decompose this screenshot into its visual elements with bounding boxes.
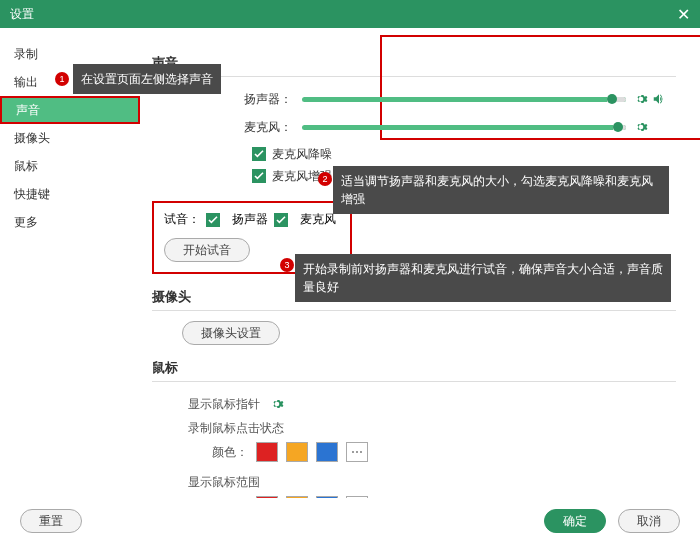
annotation-1: 1 在设置页面左侧选择声音 [55,64,221,94]
more-colors-button[interactable]: ⋯ [346,496,368,498]
badge-1: 1 [55,72,69,86]
window-title: 设置 [10,6,34,23]
volume-icon[interactable] [652,92,666,106]
close-icon[interactable]: ✕ [677,5,690,24]
divider [152,76,676,77]
titlebar: 设置 ✕ [0,0,700,28]
sidebar-item-camera[interactable]: 摄像头 [0,124,140,152]
section-mouse-title: 鼠标 [152,359,676,377]
gear-icon[interactable] [634,120,648,134]
checkbox-test-speaker[interactable] [206,213,220,227]
tooltip-3: 开始录制前对扬声器和麦克风进行试音，确保声音大小合适，声音质量良好 [295,254,671,302]
more-colors-button[interactable]: ⋯ [346,442,368,462]
reset-button[interactable]: 重置 [20,509,82,533]
section-sound-title: 声音 [152,54,676,72]
checkbox-test-mic[interactable] [274,213,288,227]
camera-settings-button[interactable]: 摄像头设置 [182,321,280,345]
color-red[interactable] [256,496,278,498]
speaker-slider[interactable] [302,97,626,102]
color-orange[interactable] [286,496,308,498]
ok-button[interactable]: 确定 [544,509,606,533]
divider [152,310,676,311]
badge-3: 3 [280,258,294,272]
sidebar-item-sound[interactable]: 声音 [0,96,140,124]
gear-icon[interactable] [270,397,284,411]
noise-label: 麦克风降噪 [272,146,332,163]
tooltip-1: 在设置页面左侧选择声音 [73,64,221,94]
footer: 重置 确定 取消 [0,499,700,543]
badge-2: 2 [318,172,332,186]
tooltip-2: 适当调节扬声器和麦克风的大小，勾选麦克风降噪和麦克风增强 [333,166,669,214]
test-mic-label: 麦克风 [300,211,336,228]
color-label: 颜色： [212,498,248,499]
show-range-label: 显示鼠标范围 [188,474,260,491]
mic-label: 麦克风： [152,119,302,136]
color-orange[interactable] [286,442,308,462]
color-blue[interactable] [316,496,338,498]
divider [152,381,676,382]
sidebar-item-more[interactable]: 更多 [0,208,140,236]
checkbox-enhance[interactable] [252,169,266,183]
mic-slider[interactable] [302,125,626,130]
sidebar: 录制 输出 声音 摄像头 鼠标 快捷键 更多 [0,28,140,498]
cancel-button[interactable]: 取消 [618,509,680,533]
show-pointer-label: 显示鼠标指针 [188,396,260,413]
color-red[interactable] [256,442,278,462]
start-test-button[interactable]: 开始试音 [164,238,250,262]
sidebar-item-hotkey[interactable]: 快捷键 [0,180,140,208]
checkbox-noise[interactable] [252,147,266,161]
gear-icon[interactable] [634,92,648,106]
color-blue[interactable] [316,442,338,462]
record-click-label: 录制鼠标点击状态 [188,420,284,437]
test-label: 试音： [164,211,200,228]
color-label: 颜色： [212,444,248,461]
sidebar-item-mouse[interactable]: 鼠标 [0,152,140,180]
test-speaker-label: 扬声器 [232,211,268,228]
